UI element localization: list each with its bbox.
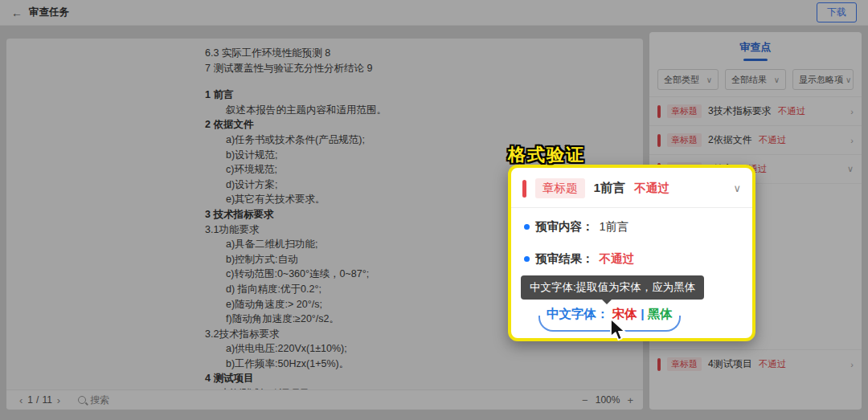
field-content-label: 预审内容： — [535, 219, 594, 234]
field-result: 预审结果： 不通过 — [524, 251, 634, 267]
callout-body: 预审内容： 1前言 预审结果： 不通过 中文字体:提取值为宋体，应为黑体 中文字… — [511, 208, 752, 325]
format-validation-label: 格式验证 — [508, 143, 585, 167]
bullet-dot-icon — [524, 256, 530, 262]
field-result-value: 不通过 — [600, 251, 635, 267]
bullet-dot-icon — [524, 224, 530, 230]
chevron-down-icon[interactable]: ∨ — [733, 182, 741, 194]
item-accent-bar — [522, 180, 526, 198]
callout-tag-badge: 章标题 — [535, 178, 585, 198]
format-validation-callout: 章标题 1前言 不通过 ∨ 预审内容： 1前言 预审结果： 不通过 中文字体:提… — [508, 165, 755, 341]
field-content: 预审内容： 1前言 — [524, 219, 629, 234]
callout-result: 不通过 — [634, 181, 669, 196]
mouse-cursor-icon — [608, 318, 629, 345]
field-result-label: 预审结果： — [535, 251, 594, 267]
font-tooltip: 中文字体:提取值为宋体，应为黑体 — [521, 275, 704, 300]
callout-header[interactable]: 章标题 1前言 不通过 ∨ — [511, 168, 752, 208]
callout-title: 1前言 — [594, 180, 626, 197]
field-content-value: 1前言 — [600, 219, 629, 234]
